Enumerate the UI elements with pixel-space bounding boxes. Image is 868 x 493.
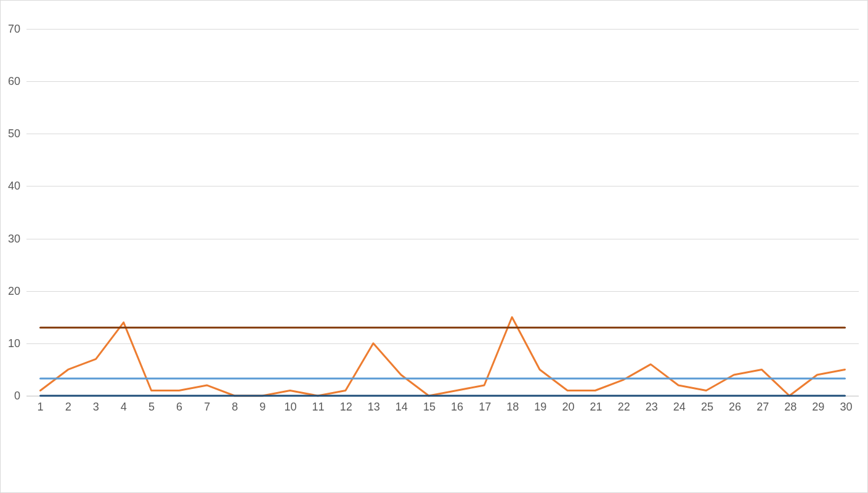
x-tick-label: 10 <box>284 396 296 414</box>
x-tick-label: 20 <box>562 396 574 414</box>
x-tick-label: 23 <box>646 396 658 414</box>
x-tick-label: 9 <box>259 396 266 414</box>
chart-frame: 0102030405060701234567891011121314151617… <box>0 0 868 493</box>
x-tick-label: 29 <box>812 396 824 414</box>
x-tick-label: 15 <box>423 396 436 414</box>
y-tick-label: 50 <box>8 127 26 140</box>
y-tick-label: 60 <box>8 75 26 88</box>
x-tick-label: 13 <box>368 396 380 414</box>
y-tick-label: 30 <box>8 232 26 245</box>
x-tick-label: 24 <box>673 396 686 414</box>
chart-lines <box>26 8 859 396</box>
x-tick-label: 17 <box>479 396 491 414</box>
x-tick-label: 19 <box>534 396 546 414</box>
x-tick-label: 30 <box>840 396 852 414</box>
plot-area: 0102030405060701234567891011121314151617… <box>26 8 859 396</box>
x-tick-label: 2 <box>65 396 71 414</box>
x-tick-label: 14 <box>395 396 408 414</box>
x-tick-label: 18 <box>506 396 519 414</box>
y-tick-label: 40 <box>8 180 26 193</box>
x-tick-label: 3 <box>93 396 99 414</box>
x-tick-label: 26 <box>729 396 741 414</box>
x-tick-label: 5 <box>148 396 155 414</box>
x-tick-label: 1 <box>38 396 44 414</box>
x-tick-label: 16 <box>451 396 463 414</box>
x-tick-label: 11 <box>312 396 325 414</box>
x-tick-label: 27 <box>756 396 769 414</box>
y-tick-label: 0 <box>14 390 26 403</box>
x-tick-label: 8 <box>232 396 238 414</box>
x-tick-label: 12 <box>340 396 352 414</box>
y-tick-label: 20 <box>8 284 26 297</box>
x-tick-label: 28 <box>784 396 797 414</box>
y-tick-label: 70 <box>8 23 26 36</box>
x-tick-label: 7 <box>204 396 210 414</box>
x-tick-label: 22 <box>618 396 630 414</box>
x-tick-label: 25 <box>701 396 713 414</box>
x-tick-label: 21 <box>590 396 602 414</box>
series-data <box>41 317 845 396</box>
y-tick-label: 10 <box>8 337 26 350</box>
x-tick-label: 4 <box>121 396 127 414</box>
x-tick-label: 6 <box>176 396 182 414</box>
